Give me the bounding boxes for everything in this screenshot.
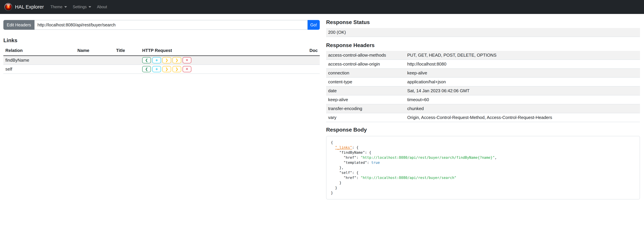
put-request-button[interactable]: ❯ <box>162 57 171 63</box>
response-status-table: 200 (OK) <box>326 28 640 37</box>
json-line: } <box>331 185 635 190</box>
json-token-pln: } <box>331 186 337 190</box>
json-token-pln <box>331 146 335 150</box>
response-header-value: chunked <box>405 104 640 113</box>
response-header-row-access-control-allow-methods: access-control-allow-methodsPUT, GET, HE… <box>326 51 640 60</box>
json-token-str: "http://localhost:8080/api/rest/buyer/se… <box>360 176 456 180</box>
response-body-title: Response Body <box>326 127 640 133</box>
response-status-title: Response Status <box>326 19 640 25</box>
response-status-row: 200 (OK) <box>326 28 640 37</box>
response-header-value: http://localhost:8080 <box>405 60 640 68</box>
json-token-pln: , <box>495 156 497 160</box>
links-table-header-row: RelationNameTitleHTTP RequestDoc <box>3 46 320 56</box>
link-doc <box>286 65 320 74</box>
hal-9000-logo-icon[interactable] <box>4 3 12 11</box>
get-request-button[interactable]: ❮ <box>142 66 151 72</box>
json-line: "_links": { <box>331 145 635 150</box>
links-section-title: Links <box>3 37 320 43</box>
hal-eye-glint <box>6 4 10 5</box>
response-header-row-transfer-encoding: transfer-encodingchunked <box>326 104 640 113</box>
json-token-pln: "templated": <box>331 161 371 165</box>
nav-item-settings[interactable]: Settings <box>70 3 94 10</box>
link-title <box>114 56 140 65</box>
json-token-pln: "href": <box>331 156 360 160</box>
json-token-str: "http://localhost:8080/api/rest/buyer/se… <box>360 156 495 160</box>
right-column: Response Status 200 (OK) Response Header… <box>326 19 640 200</box>
links-column-header-name: Name <box>76 46 114 56</box>
chevron-right-icon: ❯ <box>175 67 178 71</box>
response-header-row-content-type: content-typeapplication/hal+json <box>326 77 640 86</box>
delete-request-button[interactable]: ✕ <box>182 57 191 63</box>
json-links-key-link[interactable]: "_links" <box>335 146 352 150</box>
json-line: "templated": true <box>331 160 635 165</box>
request-bar: Edit Headers Go! <box>3 20 320 30</box>
json-token-pln: "href": <box>331 176 360 180</box>
link-doc <box>286 56 320 65</box>
response-header-row-date: dateSat, 14 Jan 2023 06:42:06 GMT <box>326 86 640 95</box>
json-line: } <box>331 190 635 195</box>
navbar: HAL Explorer ThemeSettingsAbout <box>0 0 644 14</box>
response-header-row-connection: connectionkeep-alive <box>326 68 640 77</box>
json-line: }, <box>331 165 635 170</box>
response-body-json: { "_links": { "findByName": { "href": "h… <box>331 140 635 195</box>
response-status-value: 200 (OK) <box>326 28 640 37</box>
json-line: "findByName": { <box>331 150 635 155</box>
plus-icon: + <box>155 67 158 71</box>
json-line: "href": "http://localhost:8080/api/rest/… <box>331 175 635 180</box>
response-header-name: keep-alive <box>326 95 405 104</box>
response-header-row-vary: varyOrigin, Access-Control-Request-Metho… <box>326 113 640 122</box>
nav-item-theme[interactable]: Theme <box>48 3 70 10</box>
response-header-value: Origin, Access-Control-Request-Method, A… <box>405 113 640 122</box>
brand-link[interactable]: HAL Explorer <box>15 4 44 10</box>
json-token-pln: } <box>331 181 342 185</box>
response-header-value: application/hal+json <box>405 77 640 86</box>
go-button[interactable]: Go! <box>308 20 320 30</box>
nav-item-label: Settings <box>73 5 87 9</box>
links-column-header-http-request: HTTP Request <box>140 46 286 56</box>
patch-request-button[interactable]: ❯ <box>172 57 181 63</box>
link-row-findByName: findByName❮+❯❯✕ <box>3 56 320 65</box>
links-column-header-title: Title <box>114 46 140 56</box>
link-relation: findByName <box>3 56 76 65</box>
edit-headers-button[interactable]: Edit Headers <box>3 20 34 30</box>
chevron-left-icon: ❮ <box>145 58 148 62</box>
json-line: { <box>331 140 635 145</box>
nav-item-about[interactable]: About <box>94 3 110 10</box>
response-header-value: Sat, 14 Jan 2023 06:42:06 GMT <box>405 86 640 95</box>
x-icon: ✕ <box>186 67 188 71</box>
plus-icon: + <box>155 58 158 62</box>
http-request-buttons: ❮+❯❯✕ <box>140 56 286 65</box>
links-table: RelationNameTitleHTTP RequestDoc findByN… <box>3 46 320 74</box>
put-request-button[interactable]: ❯ <box>162 66 171 72</box>
x-icon: ✕ <box>186 58 188 62</box>
chevron-left-icon: ❮ <box>145 67 148 71</box>
http-request-buttons: ❮+❯❯✕ <box>140 65 286 74</box>
link-relation: self <box>3 65 76 74</box>
json-token-pln: }, <box>331 166 344 170</box>
response-header-name: vary <box>326 113 405 122</box>
json-token-pln: : { <box>352 146 358 150</box>
links-column-header-doc: Doc <box>286 46 320 56</box>
post-request-button[interactable]: + <box>152 57 161 63</box>
hal-eye <box>5 4 12 10</box>
link-row-self: self❮+❯❯✕ <box>3 65 320 74</box>
get-request-button[interactable]: ❮ <box>142 57 151 63</box>
nav-item-label: About <box>97 5 107 9</box>
patch-request-button[interactable]: ❯ <box>172 66 181 72</box>
main-content: Edit Headers Go! Links RelationNameTitle… <box>0 14 644 200</box>
response-header-name: connection <box>326 68 405 77</box>
json-line: "self": { <box>331 170 635 175</box>
delete-request-button[interactable]: ✕ <box>182 66 191 72</box>
response-body-card: { "_links": { "findByName": { "href": "h… <box>326 136 640 200</box>
link-title <box>114 65 140 74</box>
json-token-pln: { <box>331 140 333 145</box>
link-name <box>76 56 114 65</box>
response-header-row-keep-alive: keep-alivetimeout=60 <box>326 95 640 104</box>
post-request-button[interactable]: + <box>152 66 161 72</box>
response-header-row-access-control-allow-origin: access-control-allow-originhttp://localh… <box>326 60 640 68</box>
url-input[interactable] <box>34 20 308 30</box>
response-headers-title: Response Headers <box>326 42 640 48</box>
links-column-header-relation: Relation <box>3 46 76 56</box>
nav-item-label: Theme <box>50 5 62 9</box>
json-line: } <box>331 180 635 185</box>
